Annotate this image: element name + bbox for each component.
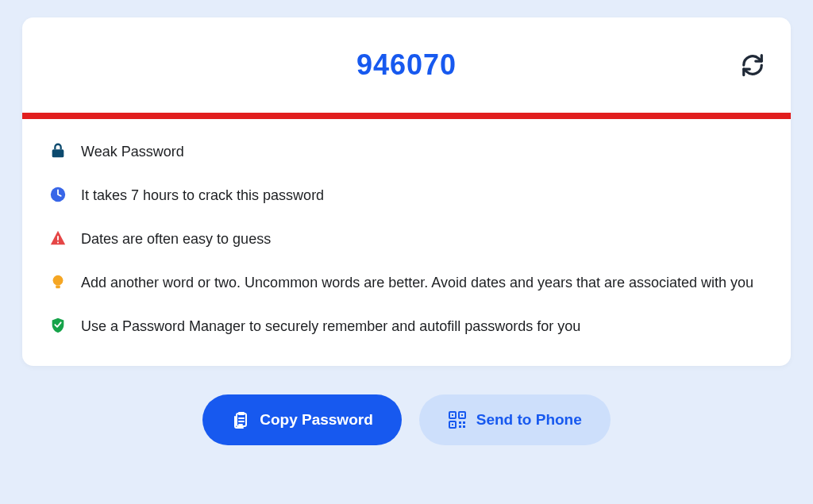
feedback-text: Add another word or two. Uncommon words … [81, 272, 753, 294]
generated-password: 946070 [356, 48, 457, 82]
svg-rect-5 [56, 286, 60, 289]
svg-rect-7 [238, 412, 245, 415]
feedback-text: Weak Password [81, 141, 184, 163]
svg-point-4 [53, 275, 64, 286]
clock-icon [49, 186, 67, 203]
send-to-phone-button[interactable]: Send to Phone [419, 394, 611, 445]
strength-bar [22, 113, 791, 119]
svg-rect-15 [463, 421, 465, 424]
lightbulb-icon [49, 273, 67, 290]
refresh-button[interactable] [740, 52, 765, 78]
action-row: Copy Password Send to Phone [0, 394, 813, 445]
feedback-item: Use a Password Manager to securely remem… [49, 316, 764, 337]
lock-icon [49, 142, 67, 160]
feedback-item: Weak Password [49, 141, 764, 163]
copy-password-label: Copy Password [260, 411, 373, 429]
svg-rect-11 [452, 414, 453, 416]
shield-check-icon [49, 317, 67, 334]
feedback-item: Dates are often easy to guess [49, 229, 764, 250]
svg-rect-13 [452, 424, 453, 425]
feedback-text: Use a Password Manager to securely remem… [81, 316, 580, 337]
refresh-icon [741, 53, 765, 77]
copy-password-button[interactable]: Copy Password [202, 394, 402, 445]
feedback-item: Add another word or two. Uncommon words … [49, 272, 764, 294]
clipboard-icon [231, 410, 250, 429]
svg-rect-16 [459, 425, 461, 428]
svg-rect-0 [52, 149, 64, 157]
feedback-text: Dates are often easy to guess [81, 229, 271, 250]
feedback-text: It takes 7 hours to crack this password [81, 185, 324, 206]
svg-rect-2 [57, 236, 59, 240]
password-display-row: 946070 [22, 17, 791, 113]
feedback-list: Weak Password It takes 7 hours to crack … [22, 119, 791, 366]
warning-icon [49, 229, 67, 247]
svg-rect-14 [459, 421, 461, 424]
qr-code-icon [448, 410, 467, 429]
svg-rect-12 [461, 414, 463, 416]
send-to-phone-label: Send to Phone [476, 411, 582, 429]
svg-rect-3 [57, 242, 59, 244]
password-card: 946070 Weak Password [22, 17, 791, 366]
feedback-item: It takes 7 hours to crack this password [49, 185, 764, 206]
svg-rect-17 [463, 425, 465, 428]
